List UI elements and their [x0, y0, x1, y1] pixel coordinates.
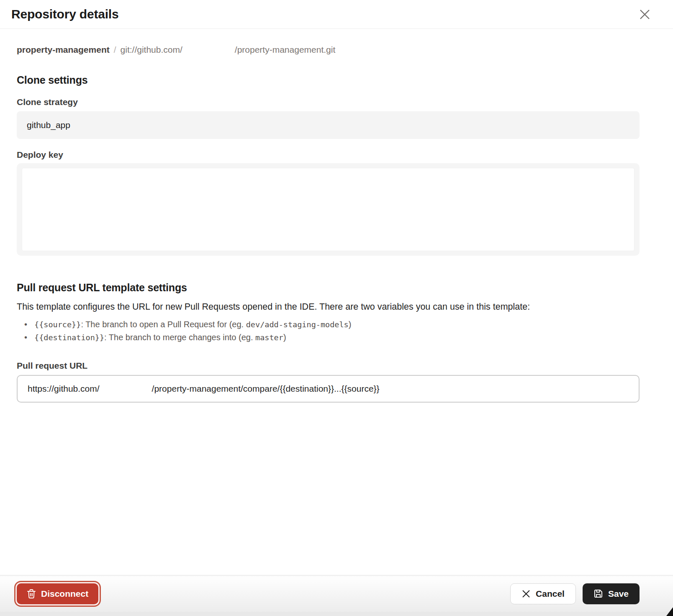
modal-body: property-management/git://github.com//pr…	[0, 29, 673, 575]
template-variable-list: {{source}}: The branch to open a Pull Re…	[17, 318, 640, 344]
modal-header: Repository details	[0, 0, 673, 29]
source-variable-code: {{source}}	[34, 320, 81, 329]
deploy-key-frame	[17, 163, 640, 256]
repository-details-modal: Repository details property-management/g…	[0, 0, 673, 616]
page-title: Repository details	[11, 7, 118, 21]
deploy-key-label: Deploy key	[17, 150, 640, 160]
background-page-edge	[0, 612, 673, 616]
source-variable-close: )	[349, 320, 352, 329]
pr-template-heading: Pull request URL template settings	[17, 282, 640, 294]
pr-url-prefix: https://github.com/	[28, 384, 100, 394]
clone-settings-heading: Clone settings	[17, 74, 640, 86]
deploy-key-textarea[interactable]	[22, 168, 634, 251]
pr-template-description: This template configures the URL for new…	[17, 300, 640, 313]
source-variable-text: : The branch to open a Pull Request for …	[81, 320, 246, 329]
repo-url-prefix: git://github.com/	[121, 44, 182, 56]
cancel-button[interactable]: Cancel	[510, 583, 576, 604]
close-button[interactable]	[636, 6, 653, 23]
destination-variable-text: : The branch to merge changes into (eg.	[104, 333, 255, 342]
save-icon	[593, 589, 603, 598]
clone-strategy-label: Clone strategy	[17, 97, 640, 107]
source-variable-example: dev/add-staging-models	[246, 320, 349, 329]
pull-request-url-label: Pull request URL	[17, 361, 640, 371]
destination-variable-close: )	[283, 333, 286, 342]
breadcrumb-separator: /	[110, 44, 121, 56]
list-item: {{source}}: The branch to open a Pull Re…	[17, 318, 640, 331]
repo-name: property-management	[17, 44, 110, 56]
modal-footer: Disconnect Cancel Save	[0, 575, 673, 612]
disconnect-button-label: Disconnect	[41, 589, 88, 599]
mouse-cursor-icon	[666, 607, 673, 616]
pr-url-suffix: /property-management/compare/{{destinati…	[152, 384, 380, 394]
pull-request-url-input[interactable]: https://github.com//property-management/…	[17, 375, 640, 403]
trash-icon	[27, 589, 36, 599]
save-button-label: Save	[608, 589, 629, 599]
save-button[interactable]: Save	[583, 583, 640, 604]
disconnect-button[interactable]: Disconnect	[17, 583, 98, 604]
destination-variable-example: master	[255, 333, 283, 342]
destination-variable-code: {{destination}}	[34, 333, 104, 342]
list-item: {{destination}}: The branch to merge cha…	[17, 331, 640, 344]
cancel-button-label: Cancel	[536, 589, 565, 599]
close-icon	[639, 8, 651, 21]
clone-strategy-input[interactable]	[17, 111, 640, 139]
breadcrumb: property-management/git://github.com//pr…	[17, 44, 640, 56]
x-icon	[521, 589, 531, 598]
repo-url-suffix: /property-management.git	[235, 44, 335, 56]
